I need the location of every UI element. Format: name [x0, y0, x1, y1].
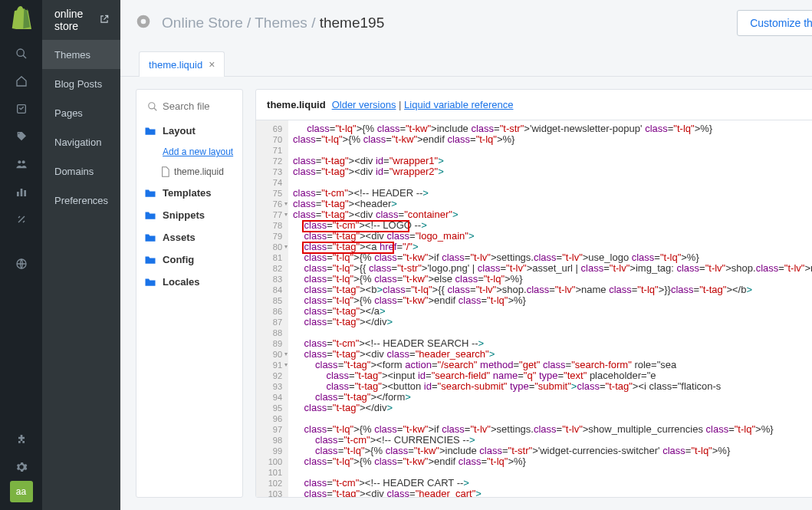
svg-point-0 — [17, 49, 24, 56]
code-editor: theme.liquid Older versions | Liquid var… — [255, 89, 812, 498]
add-new-layout-link[interactable]: Add a new layout — [144, 142, 235, 162]
svg-point-9 — [141, 19, 146, 25]
sidebar-item-blog-posts[interactable]: Blog Posts — [42, 69, 120, 98]
search-icon — [147, 101, 158, 112]
svg-point-3 — [21, 160, 25, 163]
older-versions-link[interactable]: Older versions — [332, 99, 396, 110]
code-area[interactable]: class="t-lq">{% class="t-kw">include cla… — [288, 120, 812, 497]
editor-header: theme.liquid Older versions | Liquid var… — [256, 90, 812, 120]
highlight-box — [302, 220, 409, 232]
search-input-wrap[interactable] — [144, 97, 235, 120]
online-store-icon[interactable] — [0, 250, 42, 278]
avatar[interactable]: aa — [10, 481, 33, 502]
editor-filename: theme.liquid — [267, 99, 326, 110]
folder-icon — [144, 232, 156, 242]
folder-icon — [144, 210, 156, 220]
iconbar: aa — [0, 0, 42, 510]
folder-snippets[interactable]: Snippets — [144, 204, 235, 226]
svg-rect-6 — [24, 190, 26, 196]
main: Online Store / Themes / theme195 Customi… — [120, 0, 812, 510]
line-gutter: 69 70 71 72 73 74 75 76 77 78 79 80 81 8… — [256, 120, 288, 497]
reports-icon[interactable] — [0, 178, 42, 206]
popout-icon[interactable] — [99, 14, 110, 27]
sidebar: online store Themes Blog Posts Pages Nav… — [42, 0, 120, 510]
svg-point-2 — [18, 160, 21, 163]
sidebar-item-preferences[interactable]: Preferences — [42, 186, 120, 215]
folder-layout[interactable]: Layout — [144, 120, 235, 142]
folder-icon — [144, 188, 156, 198]
folder-config[interactable]: Config — [144, 248, 235, 271]
folder-templates[interactable]: Templates — [144, 182, 235, 204]
folder-assets[interactable]: Assets — [144, 226, 235, 248]
tab-label: theme.liquid — [149, 59, 202, 71]
sidebar-item-domains[interactable]: Domains — [42, 156, 120, 186]
home-icon[interactable] — [0, 67, 42, 95]
folder-locales[interactable]: Locales — [144, 271, 235, 293]
breadcrumb-current: theme195 — [320, 15, 385, 31]
folder-icon — [144, 255, 156, 265]
discounts-icon[interactable] — [0, 206, 42, 233]
orders-icon[interactable] — [0, 95, 42, 123]
sidebar-item-themes[interactable]: Themes — [42, 40, 120, 69]
file-panel: Layout Add a new layout theme.liquid Tem… — [136, 89, 243, 498]
settings-icon[interactable] — [0, 453, 42, 481]
tab-theme-liquid[interactable]: theme.liquid × — [139, 51, 225, 77]
search-icon[interactable] — [0, 40, 42, 67]
customers-icon[interactable] — [0, 150, 42, 178]
breadcrumb: Online Store / Themes / theme195 — [162, 15, 384, 31]
topbar: Online Store / Themes / theme195 Customi… — [120, 0, 812, 46]
folder-icon — [144, 126, 156, 136]
file-theme-liquid[interactable]: theme.liquid — [144, 162, 235, 182]
sidebar-item-pages[interactable]: Pages — [42, 98, 120, 127]
highlight-box — [302, 242, 394, 254]
tab-row: theme.liquid × — [120, 46, 812, 77]
customize-theme-button[interactable]: Customize theme — [737, 10, 812, 36]
close-icon[interactable]: × — [209, 58, 215, 71]
breadcrumb-part[interactable]: Online Store — [162, 15, 243, 31]
svg-point-10 — [149, 102, 155, 108]
sidebar-title: online store — [42, 0, 120, 40]
sidebar-item-navigation[interactable]: Navigation — [42, 127, 120, 156]
apps-icon[interactable] — [0, 426, 42, 453]
liquid-reference-link[interactable]: Liquid variable reference — [404, 99, 513, 110]
folder-icon — [144, 277, 156, 287]
eye-icon[interactable] — [136, 14, 151, 32]
svg-rect-4 — [17, 192, 19, 196]
file-icon — [161, 166, 169, 177]
products-icon[interactable] — [0, 123, 42, 150]
svg-rect-5 — [20, 189, 22, 196]
search-input[interactable] — [163, 100, 232, 112]
shopify-logo — [12, 6, 31, 29]
breadcrumb-part[interactable]: Themes — [255, 15, 307, 31]
